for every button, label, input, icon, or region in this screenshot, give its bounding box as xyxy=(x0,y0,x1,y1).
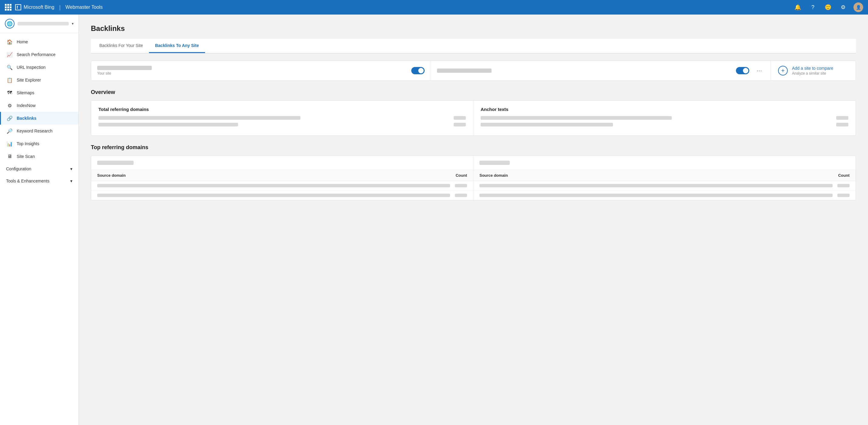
tools-chevron-icon: ▾ xyxy=(70,178,72,183)
site-2-toggle[interactable] xyxy=(736,67,749,74)
sidebar: 🌐 ▾ 🏠 Home 📈 Search Performance 🔍 URL In… xyxy=(0,15,79,425)
row-count-blur xyxy=(455,184,467,187)
search-performance-icon: 📈 xyxy=(7,52,12,57)
tabs-container: Backlinks For Your Site Backlinks To Any… xyxy=(91,39,856,53)
row-domain-blur xyxy=(97,194,450,197)
site-card-2-info xyxy=(437,68,731,73)
notifications-icon[interactable]: 🔔 xyxy=(793,2,803,12)
site-comparison-row: Your site ⋯ + Add a site to compare Anal… xyxy=(91,61,856,81)
referring-domains-table: Source domain Count xyxy=(91,155,856,200)
add-site-card[interactable]: + Add a site to compare Analyze a simila… xyxy=(771,61,856,80)
tools-label: Tools & Enhancements xyxy=(6,178,50,183)
referring-table-row xyxy=(473,181,856,191)
settings-icon[interactable]: ⚙ xyxy=(838,2,848,12)
site-card-more-icon[interactable]: ⋯ xyxy=(754,67,765,74)
add-site-subtitle: Analyze a similar site xyxy=(792,71,833,76)
anchor-blur-bar-1 xyxy=(480,116,672,120)
anchor-blur-bar-2 xyxy=(480,123,613,126)
user-avatar[interactable]: 👤 xyxy=(854,2,863,12)
referring-col-1-header xyxy=(91,156,473,170)
sidebar-item-site-explorer[interactable]: 📋 Site Explorer xyxy=(0,74,79,86)
col2-count-header: Count xyxy=(825,173,849,178)
site-1-toggle[interactable] xyxy=(411,67,425,74)
row-domain-blur xyxy=(479,194,833,197)
sidebar-item-label-indexnow: IndexNow xyxy=(17,103,35,108)
topbar-left: Microsoft Bing | Webmaster Tools xyxy=(5,4,793,10)
row-count-blur xyxy=(837,184,849,187)
sidebar-item-search-performance[interactable]: 📈 Search Performance xyxy=(0,48,79,61)
row-domain-blur xyxy=(97,184,450,187)
anchor-blur-count-2 xyxy=(836,123,848,126)
anchor-blur-count-1 xyxy=(836,116,848,120)
tools-section[interactable]: Tools & Enhancements ▾ xyxy=(0,175,79,187)
configuration-label: Configuration xyxy=(6,166,31,171)
referring-blur-row-2 xyxy=(98,123,466,126)
apps-icon[interactable] xyxy=(5,4,11,10)
referring-col-1-table-header: Source domain Count xyxy=(91,170,473,181)
sidebar-item-label-top-insights: Top Insights xyxy=(17,141,39,146)
add-site-text: Add a site to compare Analyze a similar … xyxy=(792,66,833,76)
main-layout: 🌐 ▾ 🏠 Home 📈 Search Performance 🔍 URL In… xyxy=(0,15,868,425)
topbar-right: 🔔 ? 🙂 ⚙ 👤 xyxy=(793,2,863,12)
feedback-icon[interactable]: 🙂 xyxy=(823,2,833,12)
referring-col-2: Source domain Count xyxy=(473,156,856,200)
site-card-1-info: Your site xyxy=(97,66,406,76)
tab-backlinks-for-your-site[interactable]: Backlinks For Your Site xyxy=(93,39,149,53)
sidebar-item-site-scan[interactable]: 🖥 Site Scan xyxy=(0,150,79,163)
site-scan-icon: 🖥 xyxy=(7,154,12,159)
site-selector[interactable]: 🌐 ▾ xyxy=(0,15,79,33)
sidebar-item-top-insights[interactable]: 📊 Top Insights xyxy=(0,137,79,150)
add-site-plus-icon: + xyxy=(778,66,788,76)
sidebar-item-label-home: Home xyxy=(17,39,28,44)
col1-count-header: Count xyxy=(443,173,467,178)
referring-col-1: Source domain Count xyxy=(91,156,473,200)
referring-table-row xyxy=(91,181,473,191)
sidebar-item-keyword-research[interactable]: 🔎 Keyword Research xyxy=(0,124,79,137)
topbar-divider: | xyxy=(59,4,61,10)
bing-logo-square xyxy=(15,4,21,10)
referring-domains-grid: Source domain Count xyxy=(91,156,856,200)
home-icon: 🏠 xyxy=(7,39,12,45)
sidebar-item-home[interactable]: 🏠 Home xyxy=(0,35,79,48)
sidebar-item-label-site-scan: Site Scan xyxy=(17,154,35,159)
referring-table-row xyxy=(91,191,473,200)
configuration-section[interactable]: Configuration ▾ xyxy=(0,163,79,175)
tab-backlinks-to-any-site[interactable]: Backlinks To Any Site xyxy=(149,39,205,53)
page-title: Backlinks xyxy=(91,24,856,33)
referring-blur-row-1 xyxy=(98,116,466,120)
app-name: Microsoft Bing xyxy=(24,4,54,10)
topbar: Microsoft Bing | Webmaster Tools 🔔 ? 🙂 ⚙… xyxy=(0,0,868,15)
sidebar-item-indexnow[interactable]: ⚙ IndexNow xyxy=(0,99,79,112)
top-referring-section-title: Top referring domains xyxy=(91,144,856,151)
row-domain-blur xyxy=(479,184,833,187)
row-count-blur xyxy=(837,194,849,197)
referring-col-2-site-blur xyxy=(479,161,510,165)
site-card-1: Your site xyxy=(91,61,431,80)
indexnow-icon: ⚙ xyxy=(7,103,12,108)
chevron-down-icon: ▾ xyxy=(72,22,73,26)
referring-blur-bar-1 xyxy=(98,116,301,120)
anchor-blur-row-2 xyxy=(480,123,848,126)
configuration-section-left: Configuration xyxy=(6,166,31,171)
main-content: Backlinks Backlinks For Your Site Backli… xyxy=(79,15,868,425)
sidebar-item-url-inspection[interactable]: 🔍 URL Inspection xyxy=(0,61,79,74)
sidebar-item-label-keyword-research: Keyword Research xyxy=(17,129,52,133)
overview-card-referring-domains: Total referring domains xyxy=(91,101,473,136)
sidebar-item-label-site-explorer: Site Explorer xyxy=(17,78,41,82)
sidebar-item-label-sitemaps: Sitemaps xyxy=(17,90,34,95)
top-insights-icon: 📊 xyxy=(7,141,12,146)
sidebar-item-label-url-inspection: URL Inspection xyxy=(17,65,45,70)
site-name-blur xyxy=(18,22,69,25)
sidebar-item-backlinks[interactable]: 🔗 Backlinks xyxy=(0,112,79,124)
referring-blur-bar-2 xyxy=(98,123,238,126)
keyword-research-icon: 🔎 xyxy=(7,128,12,134)
help-icon[interactable]: ? xyxy=(808,2,818,12)
row-count-blur xyxy=(455,194,467,197)
site-url-blur-2 xyxy=(437,68,492,73)
sidebar-item-label-search-performance: Search Performance xyxy=(17,52,55,57)
sidebar-item-sitemaps[interactable]: 🗺 Sitemaps xyxy=(0,86,79,99)
referring-col-2-table-header: Source domain Count xyxy=(473,170,856,181)
tool-name: Webmaster Tools xyxy=(65,4,103,10)
referring-col-1-site-blur xyxy=(97,161,133,165)
site-explorer-icon: 📋 xyxy=(7,77,12,83)
